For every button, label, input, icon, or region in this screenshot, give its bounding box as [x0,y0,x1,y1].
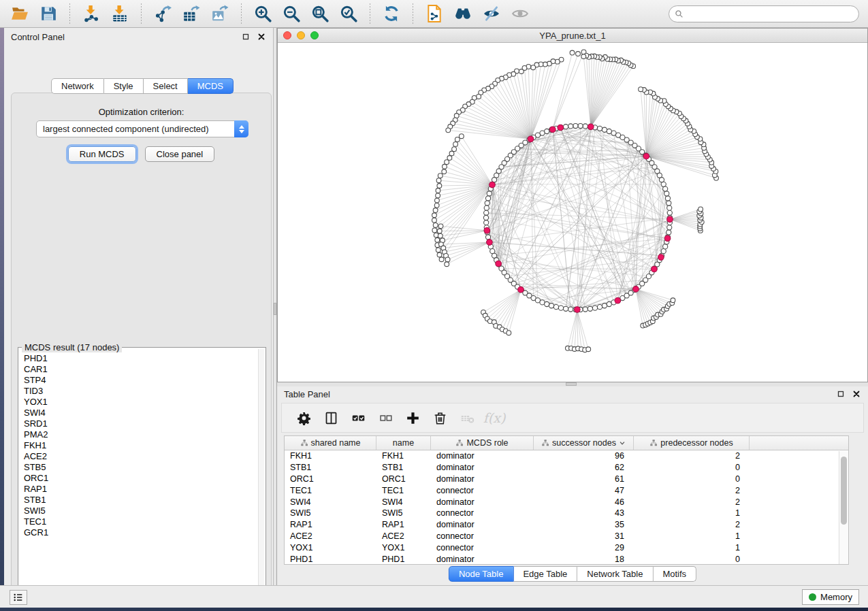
table-cell: ORC1 [285,474,376,484]
mcds-result-item[interactable]: STB5 [20,462,257,473]
column-header-MCDS-role[interactable]: MCDS role [431,436,534,450]
table-scrollbar[interactable] [839,451,848,564]
run-mcds-button[interactable]: Run MCDS [68,146,136,162]
mcds-result-item[interactable]: FKH1 [20,440,257,451]
table-row[interactable]: STB1STB1dominator620 [285,462,848,474]
float-panel-icon[interactable] [240,32,251,42]
splitter-grip[interactable] [274,303,276,315]
splitter-grip[interactable] [566,382,577,386]
table-cell: YOX1 [376,543,431,552]
zoom-in-icon[interactable] [253,3,273,24]
table-cell: RAP1 [376,520,431,529]
table-header: shared namenameMCDS rolesuccessor nodesp… [285,436,848,450]
tab-network-table[interactable]: Network Table [577,566,653,582]
column-label: shared name [311,438,361,448]
table-row[interactable]: ORC1ORC1dominator610 [285,474,848,485]
toolbar-separator [69,3,70,24]
control-panel-tabs: NetworkStyleSelectMCDS [51,78,234,94]
open-file-icon[interactable] [10,3,30,24]
search-input[interactable] [687,9,853,19]
tab-select[interactable]: Select [144,78,188,94]
mcds-panel: Optimization criterion: largest connecte… [11,93,272,608]
close-panel-icon[interactable] [851,389,861,399]
zoom-fit-icon[interactable] [310,3,330,24]
table-row[interactable]: SWI4SWI4dominator462 [285,496,848,508]
add-row-icon[interactable] [404,409,421,427]
column-header-shared-name[interactable]: shared name [285,436,376,450]
table-panel: Table Panel f(x) shared namenameMCDS rol… [277,386,868,585]
toolbar-separator [370,3,370,24]
network-canvas[interactable] [278,43,867,382]
mcds-result-item[interactable]: SRD1 [20,418,257,429]
zoom-selected-icon[interactable] [338,3,359,24]
hide-panels-icon[interactable] [481,3,502,24]
column-header-predecessor-nodes[interactable]: predecessor nodes [634,436,750,450]
search-box[interactable] [669,5,859,22]
tab-network[interactable]: Network [51,78,104,94]
close-panel-icon[interactable] [256,32,266,42]
optimization-criterion-label: Optimization criterion: [12,107,271,117]
memory-button[interactable]: Memory [802,589,859,605]
table-cell: 62 [534,463,634,472]
table-row[interactable]: PHD1PHD1dominator180 [285,553,848,565]
criterion-dropdown[interactable]: largest connected component (undirected) [36,120,248,137]
mcds-result-item[interactable]: STB1 [20,495,257,506]
search-network-icon[interactable] [453,3,473,24]
table-cell: 1 [634,543,750,552]
table-cell: 46 [534,497,634,507]
settings-icon[interactable] [295,409,312,427]
mcds-result-item[interactable]: PHD1 [20,353,257,364]
deselect-all-icon[interactable] [376,409,394,427]
mcds-result-item[interactable]: RAP1 [20,484,257,495]
export-table-icon[interactable] [181,3,202,24]
mcds-result-item[interactable]: SWI5 [20,506,257,516]
mcds-result-item[interactable]: GCR1 [20,527,257,538]
mcds-result-item[interactable]: YOX1 [20,397,257,408]
tab-style[interactable]: Style [104,78,144,94]
table-cell: STB1 [376,463,431,472]
table-cell: 1 [634,531,750,541]
column-header-name[interactable]: name [376,436,431,450]
share-document-icon[interactable] [424,3,445,24]
delete-row-icon[interactable] [431,409,449,427]
export-network-icon[interactable] [152,3,173,24]
table-cell: dominator [431,474,534,484]
close-panel-button[interactable]: Close panel [145,146,215,162]
tab-mcds[interactable]: MCDS [188,78,234,94]
table-cell: 43 [534,508,634,518]
table-row[interactable]: SWI5SWI5connector431 [285,508,848,519]
split-view-icon[interactable] [322,409,340,427]
panel-menu-button[interactable] [10,590,27,605]
tab-edge-table[interactable]: Edge Table [513,566,577,582]
column-label: predecessor nodes [660,438,733,448]
mcds-result-item[interactable]: SWI4 [20,408,257,418]
table-row[interactable]: YOX1YOX1connector291 [285,542,848,553]
table-row[interactable]: RAP1RAP1dominator352 [285,519,848,531]
import-table-icon[interactable] [110,3,130,24]
refresh-view-icon[interactable] [381,3,402,24]
mcds-result-item[interactable]: STP4 [20,375,257,386]
control-panel-title: Control Panel [11,32,235,42]
mcds-result-item[interactable]: TEC1 [20,516,257,527]
mcds-result-item[interactable]: PMA2 [20,429,257,440]
save-session-icon[interactable] [38,3,59,24]
scrollbar-thumb[interactable] [841,457,847,525]
mcds-result-item[interactable]: CAR1 [20,364,257,375]
table-cell: connector [431,543,534,552]
table-row[interactable]: ACE2ACE2connector311 [285,531,848,542]
mcds-result-item[interactable]: TID3 [20,386,257,397]
table-row[interactable]: TEC1TEC1connector472 [285,484,848,496]
show-panels-icon[interactable] [510,3,530,24]
tab-motifs[interactable]: Motifs [653,566,696,582]
mcds-result-item[interactable]: ORC1 [20,473,257,484]
mcds-result-item[interactable]: ACE2 [20,451,257,462]
mcds-list-scrollbar[interactable] [258,349,264,595]
export-image-icon[interactable] [210,3,230,24]
float-panel-icon[interactable] [835,389,846,399]
select-all-icon[interactable] [349,409,367,427]
column-header-successor-nodes[interactable]: successor nodes [534,436,634,450]
import-network-icon[interactable] [81,3,101,24]
zoom-out-icon[interactable] [281,3,302,24]
table-row[interactable]: FKH1FKH1dominator962 [285,450,848,462]
tab-node-table[interactable]: Node Table [449,566,514,582]
